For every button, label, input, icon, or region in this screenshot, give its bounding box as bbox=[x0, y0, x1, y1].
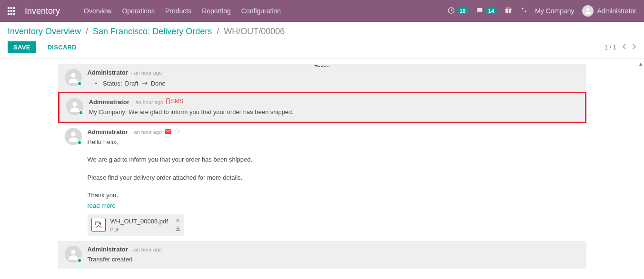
attachment-name: WH_OUT_00006.pdf bbox=[110, 217, 168, 226]
avatar-icon bbox=[66, 98, 83, 115]
status-label: Status: bbox=[103, 80, 122, 87]
breadcrumb: Inventory Overview / San Francisco: Deli… bbox=[0, 22, 644, 38]
apps-icon[interactable] bbox=[8, 7, 15, 15]
breadcrumb-link-0[interactable]: Inventory Overview bbox=[8, 27, 81, 37]
avatar-icon bbox=[65, 128, 82, 145]
chat-icon bbox=[476, 7, 484, 16]
email-line-2: We are glad to inform you that your orde… bbox=[88, 155, 580, 164]
message-author[interactable]: Administrator bbox=[88, 69, 128, 76]
svg-point-7 bbox=[71, 73, 75, 77]
envelope-icon[interactable] bbox=[165, 128, 171, 135]
svg-rect-9 bbox=[167, 99, 170, 104]
message-sms-highlighted: Administrator - an hour ago SMS My Compa… bbox=[58, 92, 586, 123]
pager-prev[interactable] bbox=[622, 43, 627, 52]
arrow-right-icon bbox=[141, 80, 148, 87]
message-author[interactable]: Administrator bbox=[88, 246, 128, 253]
presence-dot bbox=[79, 110, 83, 115]
download-icon[interactable] bbox=[176, 226, 180, 232]
attachment[interactable]: WH_OUT_00006.pdf PDF ✕ bbox=[88, 214, 184, 236]
sms-tag[interactable]: SMS bbox=[166, 98, 183, 105]
presence-dot bbox=[77, 258, 82, 263]
gift-icon[interactable] bbox=[505, 7, 512, 16]
message-body-content: Hello Felix, We are glad to inform you t… bbox=[88, 137, 580, 236]
avatar-icon bbox=[65, 69, 82, 86]
message-time: - an hour ago bbox=[132, 99, 163, 105]
svg-point-5 bbox=[509, 7, 510, 9]
company-name[interactable]: My Company bbox=[535, 7, 574, 15]
nav-products[interactable]: Products bbox=[165, 7, 191, 15]
message-author[interactable]: Administrator bbox=[88, 128, 128, 135]
message-time: - an hour ago bbox=[131, 70, 162, 76]
messages-badge: 14 bbox=[485, 8, 497, 14]
email-line-1: Hello Felix, bbox=[88, 137, 580, 147]
breadcrumb-link-1[interactable]: San Francisco: Delivery Orders bbox=[93, 27, 212, 37]
wrench-icon[interactable] bbox=[520, 7, 527, 16]
content-area: ▲ Today Administrator - an hour ago Stat… bbox=[0, 58, 644, 269]
breadcrumb-sep: / bbox=[217, 27, 219, 37]
email-line-3: Please find your delivery order attached… bbox=[88, 173, 580, 183]
status-to: Done bbox=[151, 80, 166, 87]
avatar-icon bbox=[65, 246, 82, 263]
presence-dot bbox=[77, 81, 82, 86]
message-author[interactable]: Administrator bbox=[89, 98, 129, 106]
pager-text[interactable]: 1 / 1 bbox=[604, 44, 616, 51]
message-note: Administrator - an hour ago Status: Draf… bbox=[58, 64, 586, 92]
message-note: Administrator - an hour ago Transfer cre… bbox=[58, 241, 586, 269]
svg-point-8 bbox=[72, 102, 77, 106]
svg-rect-3 bbox=[508, 9, 508, 13]
user-name: Administrator bbox=[597, 7, 636, 15]
svg-point-6 bbox=[586, 8, 589, 11]
svg-point-10 bbox=[71, 132, 75, 136]
presence-dot bbox=[77, 140, 82, 145]
messages-button[interactable]: 14 bbox=[476, 7, 497, 16]
user-avatar-icon bbox=[582, 5, 594, 17]
activity-badge: 10 bbox=[457, 8, 468, 14]
nav-menu: Overview Operations Products Reporting C… bbox=[84, 7, 281, 15]
sms-label: SMS bbox=[171, 98, 183, 105]
save-button[interactable]: SAVE bbox=[8, 41, 36, 53]
message-time: - an hour ago bbox=[131, 247, 162, 252]
message-body-text: My Company: We are glad to inform you th… bbox=[89, 107, 578, 117]
breadcrumb-current: WH/OUT/00006 bbox=[224, 27, 285, 37]
messages-container: Today Administrator - an hour ago Status… bbox=[58, 58, 586, 269]
message-email: Administrator - an hour ago Hello Felix,… bbox=[58, 123, 586, 241]
nav-overview[interactable]: Overview bbox=[84, 7, 111, 15]
read-more-link[interactable]: read more bbox=[88, 202, 116, 209]
discard-button[interactable]: DISCARD bbox=[44, 41, 80, 53]
activity-button[interactable]: 10 bbox=[447, 7, 468, 16]
pager-next[interactable] bbox=[632, 43, 636, 52]
user-menu[interactable]: Administrator bbox=[582, 5, 636, 17]
app-title[interactable]: Inventory bbox=[25, 6, 60, 16]
navbar: Inventory Overview Operations Products R… bbox=[0, 0, 644, 22]
clock-icon bbox=[447, 7, 455, 16]
message-body-text: Transfer created bbox=[88, 255, 580, 264]
svg-point-4 bbox=[506, 7, 508, 9]
svg-point-12 bbox=[71, 250, 75, 254]
nav-configuration[interactable]: Configuration bbox=[241, 7, 281, 15]
status-change: Status: Draft Done bbox=[95, 80, 580, 87]
control-bar: SAVE DISCARD 1 / 1 bbox=[0, 38, 644, 58]
star-icon[interactable] bbox=[174, 128, 180, 135]
status-from: Draft bbox=[125, 80, 139, 87]
breadcrumb-sep: / bbox=[86, 27, 88, 37]
attachment-type: PDF bbox=[110, 226, 168, 233]
scroll-indicator: ▲ bbox=[638, 61, 643, 67]
close-icon[interactable]: ✕ bbox=[176, 218, 180, 223]
pdf-icon bbox=[91, 218, 106, 232]
nav-reporting[interactable]: Reporting bbox=[202, 7, 231, 15]
message-time: - an hour ago bbox=[131, 129, 162, 135]
nav-operations[interactable]: Operations bbox=[122, 7, 154, 15]
email-line-4: Thank you, bbox=[88, 191, 580, 200]
